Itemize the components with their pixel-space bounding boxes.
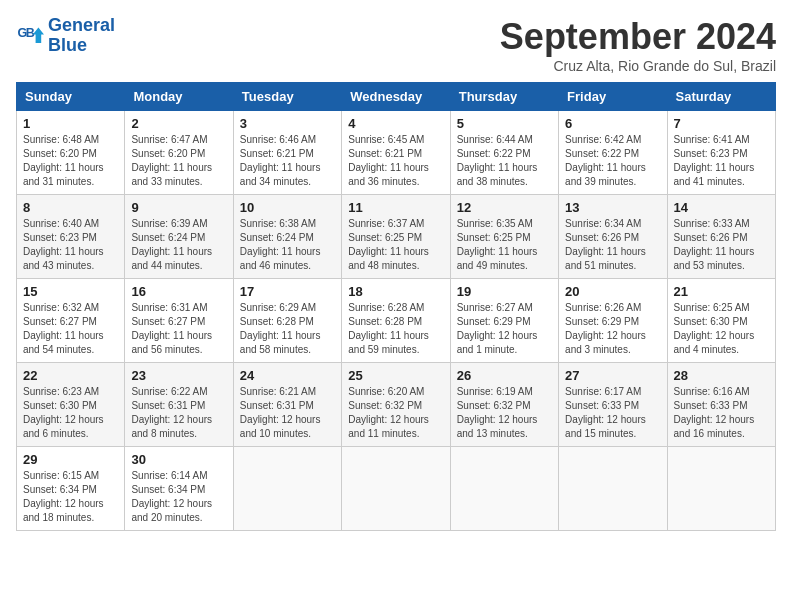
day-number: 17 <box>240 284 335 299</box>
calendar-cell <box>559 447 667 531</box>
day-number: 30 <box>131 452 226 467</box>
calendar-cell: 17Sunrise: 6:29 AMSunset: 6:28 PMDayligh… <box>233 279 341 363</box>
day-number: 11 <box>348 200 443 215</box>
calendar-cell: 14Sunrise: 6:33 AMSunset: 6:26 PMDayligh… <box>667 195 775 279</box>
day-number: 26 <box>457 368 552 383</box>
day-number: 8 <box>23 200 118 215</box>
day-number: 9 <box>131 200 226 215</box>
calendar-cell: 15Sunrise: 6:32 AMSunset: 6:27 PMDayligh… <box>17 279 125 363</box>
calendar-cell: 12Sunrise: 6:35 AMSunset: 6:25 PMDayligh… <box>450 195 558 279</box>
location: Cruz Alta, Rio Grande do Sul, Brazil <box>500 58 776 74</box>
calendar-cell <box>233 447 341 531</box>
day-info: Sunrise: 6:35 AMSunset: 6:25 PMDaylight:… <box>457 217 552 273</box>
day-number: 3 <box>240 116 335 131</box>
day-info: Sunrise: 6:45 AMSunset: 6:21 PMDaylight:… <box>348 133 443 189</box>
day-info: Sunrise: 6:38 AMSunset: 6:24 PMDaylight:… <box>240 217 335 273</box>
day-number: 5 <box>457 116 552 131</box>
weekday-header: Friday <box>559 83 667 111</box>
day-number: 27 <box>565 368 660 383</box>
calendar-cell: 21Sunrise: 6:25 AMSunset: 6:30 PMDayligh… <box>667 279 775 363</box>
day-info: Sunrise: 6:42 AMSunset: 6:22 PMDaylight:… <box>565 133 660 189</box>
day-info: Sunrise: 6:34 AMSunset: 6:26 PMDaylight:… <box>565 217 660 273</box>
calendar-cell: 6Sunrise: 6:42 AMSunset: 6:22 PMDaylight… <box>559 111 667 195</box>
calendar-cell <box>450 447 558 531</box>
calendar-cell: 27Sunrise: 6:17 AMSunset: 6:33 PMDayligh… <box>559 363 667 447</box>
day-info: Sunrise: 6:33 AMSunset: 6:26 PMDaylight:… <box>674 217 769 273</box>
day-info: Sunrise: 6:26 AMSunset: 6:29 PMDaylight:… <box>565 301 660 357</box>
calendar-week-row: 8Sunrise: 6:40 AMSunset: 6:23 PMDaylight… <box>17 195 776 279</box>
calendar-cell: 11Sunrise: 6:37 AMSunset: 6:25 PMDayligh… <box>342 195 450 279</box>
day-number: 25 <box>348 368 443 383</box>
day-number: 10 <box>240 200 335 215</box>
day-number: 15 <box>23 284 118 299</box>
calendar-cell: 3Sunrise: 6:46 AMSunset: 6:21 PMDaylight… <box>233 111 341 195</box>
day-info: Sunrise: 6:29 AMSunset: 6:28 PMDaylight:… <box>240 301 335 357</box>
day-number: 29 <box>23 452 118 467</box>
calendar-cell: 19Sunrise: 6:27 AMSunset: 6:29 PMDayligh… <box>450 279 558 363</box>
weekday-header: Monday <box>125 83 233 111</box>
day-number: 13 <box>565 200 660 215</box>
calendar-cell: 5Sunrise: 6:44 AMSunset: 6:22 PMDaylight… <box>450 111 558 195</box>
day-info: Sunrise: 6:17 AMSunset: 6:33 PMDaylight:… <box>565 385 660 441</box>
calendar-cell: 4Sunrise: 6:45 AMSunset: 6:21 PMDaylight… <box>342 111 450 195</box>
day-number: 1 <box>23 116 118 131</box>
day-number: 14 <box>674 200 769 215</box>
day-info: Sunrise: 6:19 AMSunset: 6:32 PMDaylight:… <box>457 385 552 441</box>
calendar-cell: 10Sunrise: 6:38 AMSunset: 6:24 PMDayligh… <box>233 195 341 279</box>
weekday-header: Tuesday <box>233 83 341 111</box>
calendar-cell: 20Sunrise: 6:26 AMSunset: 6:29 PMDayligh… <box>559 279 667 363</box>
day-info: Sunrise: 6:41 AMSunset: 6:23 PMDaylight:… <box>674 133 769 189</box>
calendar-cell: 30Sunrise: 6:14 AMSunset: 6:34 PMDayligh… <box>125 447 233 531</box>
calendar-cell: 9Sunrise: 6:39 AMSunset: 6:24 PMDaylight… <box>125 195 233 279</box>
day-info: Sunrise: 6:47 AMSunset: 6:20 PMDaylight:… <box>131 133 226 189</box>
calendar-cell: 28Sunrise: 6:16 AMSunset: 6:33 PMDayligh… <box>667 363 775 447</box>
logo-text: General Blue <box>48 16 115 56</box>
calendar-table: SundayMondayTuesdayWednesdayThursdayFrid… <box>16 82 776 531</box>
day-info: Sunrise: 6:37 AMSunset: 6:25 PMDaylight:… <box>348 217 443 273</box>
logo-icon: G B <box>16 22 44 50</box>
svg-text:B: B <box>26 26 35 40</box>
day-number: 22 <box>23 368 118 383</box>
calendar-cell: 13Sunrise: 6:34 AMSunset: 6:26 PMDayligh… <box>559 195 667 279</box>
day-info: Sunrise: 6:39 AMSunset: 6:24 PMDaylight:… <box>131 217 226 273</box>
day-info: Sunrise: 6:48 AMSunset: 6:20 PMDaylight:… <box>23 133 118 189</box>
day-info: Sunrise: 6:15 AMSunset: 6:34 PMDaylight:… <box>23 469 118 525</box>
day-number: 20 <box>565 284 660 299</box>
calendar-header-row: SundayMondayTuesdayWednesdayThursdayFrid… <box>17 83 776 111</box>
calendar-week-row: 1Sunrise: 6:48 AMSunset: 6:20 PMDaylight… <box>17 111 776 195</box>
day-info: Sunrise: 6:46 AMSunset: 6:21 PMDaylight:… <box>240 133 335 189</box>
month-title: September 2024 <box>500 16 776 58</box>
day-info: Sunrise: 6:31 AMSunset: 6:27 PMDaylight:… <box>131 301 226 357</box>
day-number: 12 <box>457 200 552 215</box>
day-number: 21 <box>674 284 769 299</box>
calendar-cell: 23Sunrise: 6:22 AMSunset: 6:31 PMDayligh… <box>125 363 233 447</box>
day-number: 6 <box>565 116 660 131</box>
calendar-cell: 18Sunrise: 6:28 AMSunset: 6:28 PMDayligh… <box>342 279 450 363</box>
day-info: Sunrise: 6:44 AMSunset: 6:22 PMDaylight:… <box>457 133 552 189</box>
calendar-cell: 1Sunrise: 6:48 AMSunset: 6:20 PMDaylight… <box>17 111 125 195</box>
day-number: 19 <box>457 284 552 299</box>
day-info: Sunrise: 6:32 AMSunset: 6:27 PMDaylight:… <box>23 301 118 357</box>
weekday-header: Saturday <box>667 83 775 111</box>
day-number: 18 <box>348 284 443 299</box>
weekday-header: Sunday <box>17 83 125 111</box>
calendar-cell <box>667 447 775 531</box>
calendar-cell: 29Sunrise: 6:15 AMSunset: 6:34 PMDayligh… <box>17 447 125 531</box>
day-number: 4 <box>348 116 443 131</box>
weekday-header: Thursday <box>450 83 558 111</box>
day-info: Sunrise: 6:27 AMSunset: 6:29 PMDaylight:… <box>457 301 552 357</box>
calendar-cell: 16Sunrise: 6:31 AMSunset: 6:27 PMDayligh… <box>125 279 233 363</box>
calendar-cell: 7Sunrise: 6:41 AMSunset: 6:23 PMDaylight… <box>667 111 775 195</box>
calendar-cell: 25Sunrise: 6:20 AMSunset: 6:32 PMDayligh… <box>342 363 450 447</box>
day-info: Sunrise: 6:20 AMSunset: 6:32 PMDaylight:… <box>348 385 443 441</box>
day-number: 16 <box>131 284 226 299</box>
calendar-week-row: 29Sunrise: 6:15 AMSunset: 6:34 PMDayligh… <box>17 447 776 531</box>
day-info: Sunrise: 6:23 AMSunset: 6:30 PMDaylight:… <box>23 385 118 441</box>
calendar-cell: 24Sunrise: 6:21 AMSunset: 6:31 PMDayligh… <box>233 363 341 447</box>
day-number: 24 <box>240 368 335 383</box>
header: G B General Blue September 2024 Cruz Alt… <box>16 16 776 74</box>
calendar-week-row: 22Sunrise: 6:23 AMSunset: 6:30 PMDayligh… <box>17 363 776 447</box>
day-info: Sunrise: 6:40 AMSunset: 6:23 PMDaylight:… <box>23 217 118 273</box>
logo: G B General Blue <box>16 16 115 56</box>
calendar-week-row: 15Sunrise: 6:32 AMSunset: 6:27 PMDayligh… <box>17 279 776 363</box>
